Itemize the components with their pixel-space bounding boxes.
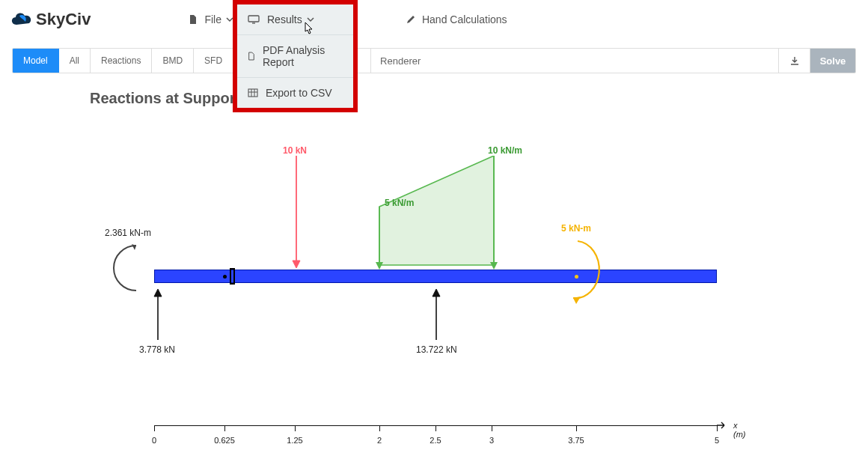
distributed-load-shape [374,156,501,272]
results-toolbar: Model All Reactions BMD SFD D Renderer S… [12,48,856,73]
tab-all-label: All [70,55,79,66]
menu-results[interactable]: Results [237,4,353,34]
monitor-icon [248,15,260,24]
reaction-mid-label: 13.722 kN [416,344,457,355]
node-dot-left [223,275,227,279]
reaction-moment-arc [106,240,148,300]
dropdown-csv-label: Export to CSV [266,87,332,99]
tab-model-label: Model [23,55,48,66]
x-tick-label: 2.5 [430,436,441,445]
solve-label: Solve [820,55,846,67]
chevron-down-icon [307,16,314,23]
x-tick [576,425,577,431]
point-load-label: 10 kN [283,145,307,156]
dropdown-item-export-csv[interactable]: Export to CSV [237,77,353,108]
results-dropdown-highlight: Results PDF Analysis Report Export to CS… [233,0,358,112]
top-menubar: SkyCiv File Hand Calculations [0,0,868,39]
tab-all[interactable]: All [59,49,91,73]
x-tick-label: 3 [489,436,494,445]
cloud-logo-icon [9,10,34,29]
x-tick [379,425,380,431]
dist-load-start-label: 5 kN/m [385,198,414,208]
dist-load-end-label: 10 kN/m [488,145,522,156]
download-button[interactable] [779,49,810,73]
x-tick [492,425,492,431]
x-tick [224,425,225,431]
svg-marker-3 [379,156,494,265]
app-name: SkyCiv [36,10,91,29]
svg-rect-1 [248,89,257,97]
diagram-title: Reactions at Supports [90,90,248,107]
reaction-mid-arrow [431,288,441,340]
x-tick-label: 3.75 [568,436,584,445]
dropdown-pdf-label: PDF Analysis Report [263,44,343,68]
tab-reactions[interactable]: Reactions [91,49,152,73]
solve-button[interactable]: Solve [810,49,855,73]
applied-moment-arc [560,237,612,305]
renderer-label-cell[interactable]: Renderer [371,49,779,73]
reaction-left-arrow [153,288,163,340]
x-tick [435,425,436,431]
file-icon [188,14,198,25]
pdf-icon [248,51,255,61]
x-tick-label: 2 [377,436,382,445]
tab-sfd-label: SFD [204,55,222,66]
menu-file-label: File [204,13,221,25]
tab-model[interactable]: Model [13,49,59,73]
x-tick [295,425,296,431]
tab-bmd[interactable]: BMD [152,49,194,73]
x-axis-unit: x (m) [733,421,745,439]
point-load-arrow [291,156,302,268]
dropdown-item-pdf-report[interactable]: PDF Analysis Report [237,34,353,77]
x-tick [154,425,155,431]
tab-sfd[interactable]: SFD [194,49,233,73]
svg-rect-0 [248,16,259,22]
menu-hand-calculations[interactable]: Hand Calculations [395,7,518,31]
x-axis: 0 0.625 1.25 2 2.5 3 3.75 5 x (m) [154,425,745,448]
menu-hand-calcs-label: Hand Calculations [422,13,507,25]
tab-reactions-label: Reactions [101,55,141,66]
pencil-icon [406,14,416,25]
table-icon [248,88,258,97]
beam-diagram-canvas: Reactions at Supports 2.361 kN-m 10 kN 5… [0,73,868,450]
tab-bmd-label: BMD [162,55,183,66]
x-tick-label: 0.625 [214,436,235,445]
support-left-marker [230,268,235,285]
axis-arrow-icon [717,422,727,429]
x-tick-label: 5 [715,436,719,445]
reaction-left-label: 3.778 kN [139,344,175,355]
x-tick-label: 0 [152,436,156,445]
reaction-moment-label: 2.361 kN-m [105,228,151,238]
x-tick-label: 1.25 [287,436,302,445]
app-logo: SkyCiv [9,10,91,29]
applied-moment-label: 5 kN-m [561,223,591,234]
menu-results-label: Results [267,13,302,25]
renderer-label: Renderer [380,55,421,67]
download-icon [789,55,800,66]
